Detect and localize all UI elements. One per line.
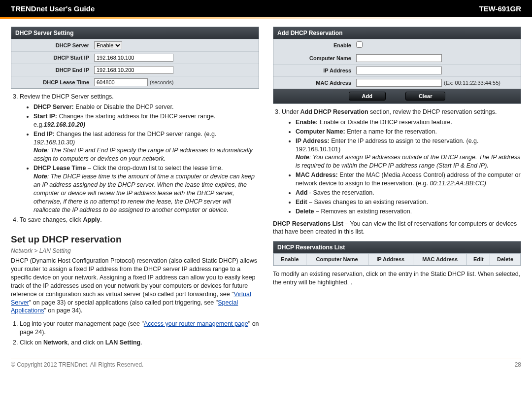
bullet-dhcp-server: DHCP Server: Enable or Disable the DHCP … — [33, 103, 259, 111]
mac-hint: (Ex: 00:11:22:33:44:55) — [444, 79, 500, 87]
bullet-start-ip: Start IP: Changes the starting address f… — [33, 112, 259, 129]
panel-title: Add DHCP Reservation — [273, 27, 521, 39]
reservation-bullets: Enable: Enable or Disable the DHCP reser… — [282, 118, 521, 216]
bullet-add: Add - Saves the reservation. — [296, 189, 521, 197]
left-steps: Review the DHCP Server settings. DHCP Se… — [11, 93, 259, 224]
bullet-ip: IP Address: Enter the IP address to assi… — [296, 137, 521, 171]
header-right: TEW-691GR — [479, 4, 521, 13]
row-lease: DHCP Lease Time (seconds) — [11, 76, 259, 88]
table-header-row: Enable Computer Name IP Address MAC Addr… — [274, 254, 521, 266]
label: DHCP Start IP — [15, 54, 94, 62]
col-name: Computer Name — [306, 254, 368, 266]
left-column: DHCP Server Setting DHCP Server Enable D… — [11, 27, 259, 351]
resv-step-1: Log into your router management page (se… — [20, 320, 259, 337]
clear-button[interactable]: Clear — [405, 92, 446, 101]
label: DHCP End IP — [15, 67, 94, 74]
label: Enable — [277, 42, 356, 49]
bullet-lease: DHCP Lease Time – Click the drop-down li… — [33, 164, 259, 214]
label: IP Address — [277, 67, 356, 74]
reservations-table: Enable Computer Name IP Address MAC Addr… — [273, 253, 521, 266]
computer-name-input[interactable] — [356, 54, 442, 62]
enable-checkbox[interactable] — [356, 41, 363, 48]
dhcp-server-select[interactable]: Enable — [94, 41, 122, 49]
label: MAC Address — [277, 79, 356, 87]
page-footer: © Copyright 2012 TRENDnet. All Rights Re… — [0, 358, 532, 368]
add-reservation-panel: Add DHCP Reservation Enable Computer Nam… — [273, 27, 521, 104]
row-ip: IP Address — [273, 64, 521, 76]
step-4: To save changes, click Apply. — [20, 216, 259, 224]
reservation-steps: Log into your router management page (se… — [11, 320, 259, 347]
add-button[interactable]: Add — [349, 92, 386, 101]
bullet-mac: MAC Address: Enter the MAC (Media Access… — [296, 171, 521, 188]
bullet-name: Computer Name: Enter a name for the rese… — [296, 128, 521, 136]
row-start-ip: DHCP Start IP — [11, 51, 259, 64]
link-access-router[interactable]: Access your router management page — [144, 320, 248, 327]
right-step-3: Under Add DHCP Reservation section, revi… — [282, 108, 521, 216]
resv-step-2: Click on Network, and click on LAN Setti… — [20, 339, 259, 347]
col-enable: Enable — [274, 254, 306, 266]
col-delete: Delete — [490, 254, 521, 266]
header-left: TRENDnet User's Guide — [11, 4, 95, 13]
label: DHCP Server — [15, 42, 94, 49]
end-ip-input[interactable] — [94, 66, 173, 74]
lease-suffix: (seconds) — [150, 79, 173, 86]
breadcrumb: Network > LAN Setting — [11, 247, 259, 255]
right-column: Add DHCP Reservation Enable Computer Nam… — [273, 27, 521, 351]
row-enable: Enable — [273, 39, 521, 52]
col-ip: IP Address — [368, 254, 413, 266]
reservations-list-panel: DHCP Reservations List Enable Computer N… — [273, 241, 521, 266]
bullet-end-ip: End IP: Changes the last address for the… — [33, 130, 259, 164]
panel-title: DHCP Reservations List — [273, 241, 521, 253]
panel-button-bar: Add Clear — [273, 89, 521, 103]
reservation-intro: DHCP (Dynamic Host Configuration Protoco… — [11, 257, 259, 315]
page-number: 28 — [515, 361, 521, 368]
section-title: Set up DHCP reservation — [11, 233, 259, 246]
col-edit: Edit — [467, 254, 490, 266]
row-end-ip: DHCP End IP — [11, 64, 259, 76]
label: DHCP Lease Time — [15, 79, 94, 86]
start-ip-input[interactable] — [94, 54, 173, 62]
lease-input[interactable] — [94, 78, 148, 86]
bullet-enable: Enable: Enable or Disable the DHCP reser… — [296, 118, 521, 127]
modify-note: To modify an existing reservation, click… — [273, 270, 521, 287]
row-dhcp-server: DHCP Server Enable — [11, 39, 259, 51]
dhcp-server-panel: DHCP Server Setting DHCP Server Enable D… — [11, 27, 259, 89]
panel-title: DHCP Server Setting — [11, 27, 259, 39]
ip-input[interactable] — [356, 67, 442, 74]
step-3: Review the DHCP Server settings. DHCP Se… — [20, 93, 259, 214]
label: Computer Name — [277, 55, 356, 62]
col-mac: MAC Address — [413, 254, 467, 266]
mac-input[interactable] — [356, 79, 442, 87]
page-header: TRENDnet User's Guide TEW-691GR — [0, 0, 532, 17]
review-bullets: DHCP Server: Enable or Disable the DHCP … — [20, 103, 259, 214]
row-computer-name: Computer Name — [273, 52, 521, 64]
row-mac: MAC Address (Ex: 00:11:22:33:44:55) — [273, 76, 521, 89]
bullet-edit: Edit – Saves changes to an existing rese… — [296, 198, 521, 206]
reservations-list-note: DHCP Reservations List – You can view th… — [273, 220, 521, 237]
copyright: © Copyright 2012 TRENDnet. All Rights Re… — [11, 361, 143, 368]
right-steps: Under Add DHCP Reservation section, revi… — [273, 108, 521, 216]
page-body: DHCP Server Setting DHCP Server Enable D… — [0, 17, 532, 356]
bullet-delete: Delete – Removes an existing reservation… — [296, 207, 521, 216]
